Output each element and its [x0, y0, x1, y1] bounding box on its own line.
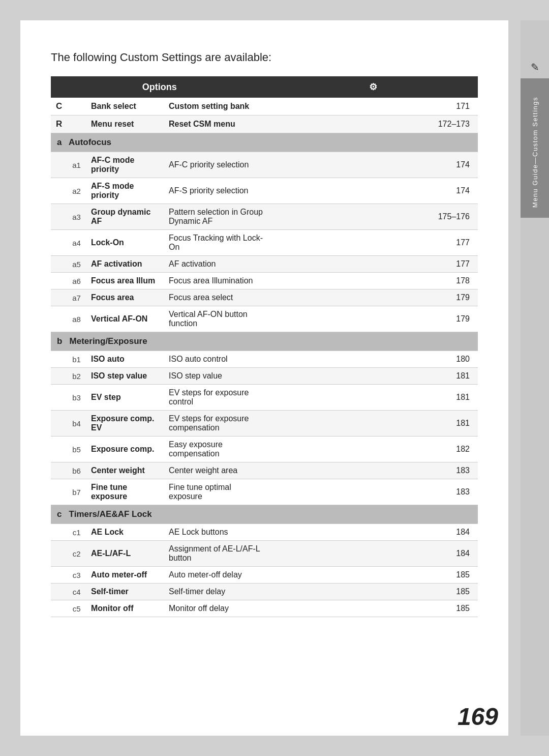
table-row: b6Center weightCenter weight area183 [51, 462, 478, 479]
category-spacer [51, 462, 67, 479]
desc-col: Center weight area [164, 462, 268, 479]
name-col: Auto meter-off [86, 567, 164, 584]
desc-col: Auto meter-off delay [164, 567, 268, 584]
category-spacer [51, 256, 67, 273]
desc-col: Focus area select [164, 289, 268, 306]
category-spacer [51, 541, 67, 567]
pencil-icon: ✎ [531, 61, 539, 73]
name-col: AF activation [86, 256, 164, 273]
table-row: b7Fine tune exposureFine tune optimal ex… [51, 479, 478, 505]
category-spacer [51, 368, 67, 385]
sub-code-col: b3 [67, 385, 86, 411]
name-col: Focus area [86, 289, 164, 306]
table-row: c Timers/AE&AF Lock [51, 505, 478, 524]
table-row: b3EV stepEV steps for exposure control18… [51, 385, 478, 411]
page-col: 179 [268, 289, 478, 306]
settings-table: Options ⚙ CBank selectCustom setting ban… [51, 76, 478, 617]
right-sidebar: ✎ Menu Guide—Custom Settings [521, 20, 549, 736]
name-col: ISO step value [86, 368, 164, 385]
table-row: b2ISO step valueISO step value181 [51, 368, 478, 385]
sub-code-col: b4 [67, 411, 86, 437]
table-row: a5AF activationAF activation177 [51, 256, 478, 273]
table-row: a1AF-C mode priorityAF-C priority select… [51, 152, 478, 178]
table-row: a2AF-S mode priorityAF-S priority select… [51, 178, 478, 204]
desc-col: Monitor off delay [164, 600, 268, 617]
sub-code-col: a4 [67, 230, 86, 256]
name-col: Center weight [86, 462, 164, 479]
desc-col: Assignment of AE-L/AF-L button [164, 541, 268, 567]
name-col: Fine tune exposure [86, 479, 164, 505]
category-spacer [51, 273, 67, 289]
category-spacer [51, 524, 67, 541]
page-col: 171 [268, 98, 478, 115]
category-spacer [51, 152, 67, 178]
settings-icon-header: ⚙ [268, 76, 478, 98]
table-row: CBank selectCustom setting bank171 [51, 98, 478, 115]
desc-col: Pattern selection in Group Dynamic AF [164, 204, 268, 230]
name-col: Vertical AF-ON [86, 306, 164, 332]
intro-text: The following Custom Settings are availa… [51, 51, 478, 64]
category-spacer [51, 385, 67, 411]
category-spacer [51, 306, 67, 332]
sub-spacer [67, 98, 86, 115]
sub-code-col: c1 [67, 524, 86, 541]
table-row: RMenu resetReset CSM menu172–173 [51, 115, 478, 133]
name-col: Exposure comp. EV [86, 411, 164, 437]
desc-col: AF-C priority selection [164, 152, 268, 178]
page-col: 174 [268, 178, 478, 204]
table-row: a8Vertical AF-ONVertical AF-ON button fu… [51, 306, 478, 332]
category-spacer [51, 289, 67, 306]
table-row: a4Lock-OnFocus Tracking with Lock-On177 [51, 230, 478, 256]
desc-col: Reset CSM menu [164, 115, 268, 133]
active-sidebar-section: Menu Guide—Custom Settings [521, 78, 549, 218]
page-col: 172–173 [268, 115, 478, 133]
desc-col: Focus area Illumination [164, 273, 268, 289]
section-label: a Autofocus [51, 133, 478, 152]
page-col: 183 [268, 462, 478, 479]
name-col: Menu reset [86, 115, 164, 133]
page-col: 175–176 [268, 204, 478, 230]
page-col: 178 [268, 273, 478, 289]
table-row: a Autofocus [51, 133, 478, 152]
desc-col: Fine tune optimal exposure [164, 479, 268, 505]
name-col: Monitor off [86, 600, 164, 617]
name-col: Exposure comp. [86, 437, 164, 462]
sub-code-col: a1 [67, 152, 86, 178]
table-row: c2AE-L/AF-LAssignment of AE-L/AF-L butto… [51, 541, 478, 567]
page-col: 184 [268, 541, 478, 567]
name-col: Bank select [86, 98, 164, 115]
category-spacer [51, 600, 67, 617]
page-col: 181 [268, 385, 478, 411]
page-col: 177 [268, 230, 478, 256]
table-row: b5Exposure comp.Easy exposure compensati… [51, 437, 478, 462]
page-content: The following Custom Settings are availa… [20, 20, 508, 736]
sub-code-col: a3 [67, 204, 86, 230]
sub-code-col: c4 [67, 584, 86, 600]
name-col: AE Lock [86, 524, 164, 541]
sub-code-col: c3 [67, 567, 86, 584]
table-row: c5Monitor offMonitor off delay185 [51, 600, 478, 617]
name-col: AF-C mode priority [86, 152, 164, 178]
sub-spacer [67, 115, 86, 133]
name-col: Self-timer [86, 584, 164, 600]
category-spacer [51, 230, 67, 256]
desc-col: EV steps for exposure compensation [164, 411, 268, 437]
table-row: c4Self-timerSelf-timer delay185 [51, 584, 478, 600]
category-spacer [51, 479, 67, 505]
category-spacer [51, 204, 67, 230]
sidebar-active-label: Menu Guide—Custom Settings [531, 97, 539, 208]
sub-code-col: a5 [67, 256, 86, 273]
sub-code-col: b2 [67, 368, 86, 385]
sub-code-col: b7 [67, 479, 86, 505]
page-col: 174 [268, 152, 478, 178]
name-col: Group dynamic AF [86, 204, 164, 230]
section-label: c Timers/AE&AF Lock [51, 505, 478, 524]
page-col: 180 [268, 351, 478, 368]
name-col: Focus area Illum [86, 273, 164, 289]
desc-col: ISO auto control [164, 351, 268, 368]
page-col: 185 [268, 584, 478, 600]
name-col: EV step [86, 385, 164, 411]
page-col: 185 [268, 600, 478, 617]
category-spacer [51, 584, 67, 600]
sub-code-col: a7 [67, 289, 86, 306]
